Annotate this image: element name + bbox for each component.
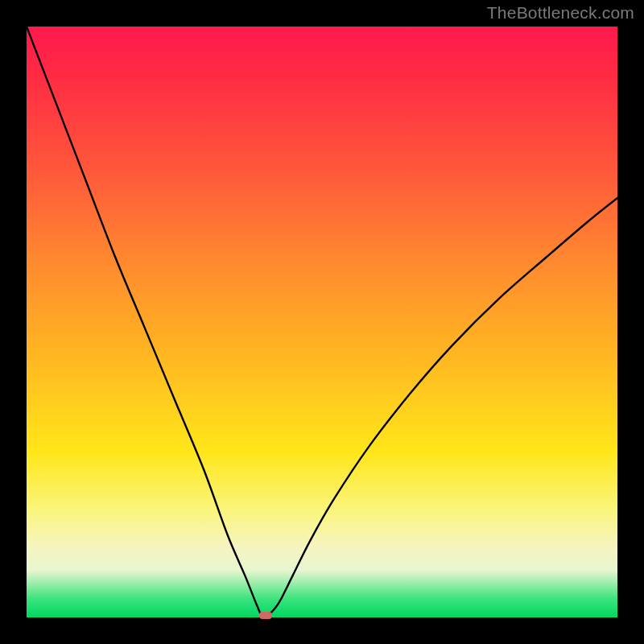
watermark-text: TheBottleneck.com bbox=[487, 3, 634, 23]
min-marker bbox=[259, 612, 272, 619]
bottleneck-curve bbox=[27, 27, 617, 617]
plot-area bbox=[27, 27, 617, 617]
chart-frame: TheBottleneck.com bbox=[0, 0, 644, 644]
